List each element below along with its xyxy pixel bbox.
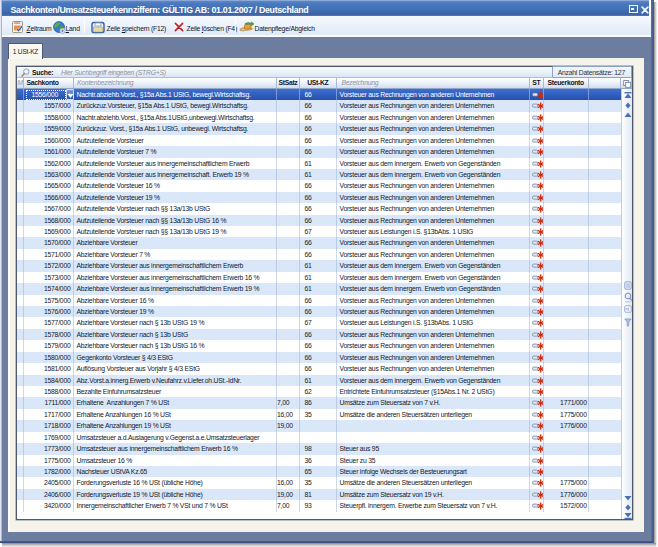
svg-text:xxxx: xxxx [14, 21, 21, 25]
